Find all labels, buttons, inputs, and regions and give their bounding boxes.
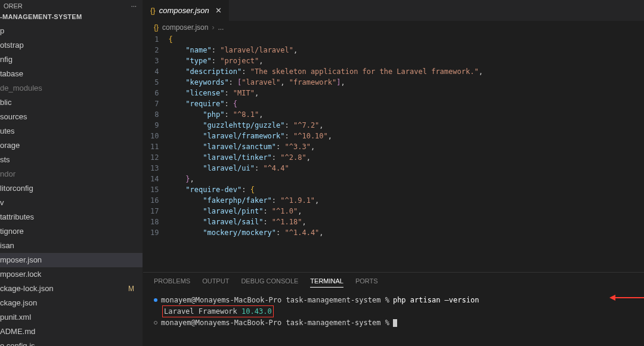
breadcrumb-tail: ... bbox=[218, 23, 224, 32]
explorer-header: ORER ··· bbox=[0, 0, 143, 12]
modified-badge: M bbox=[128, 283, 134, 295]
tree-item[interactable]: ndor bbox=[0, 167, 143, 181]
output-version: 10.43.0 bbox=[242, 307, 272, 316]
tree-item[interactable]: blic bbox=[0, 95, 143, 110]
tab-composer-json[interactable]: {} composer.json ✕ bbox=[143, 0, 230, 21]
code-editor[interactable]: 12345678910111213141516171819 { "name": … bbox=[143, 34, 644, 272]
panel-tab-terminal[interactable]: TERMINAL bbox=[310, 277, 343, 288]
tree-item[interactable]: p bbox=[0, 24, 143, 38]
tree-item[interactable]: de_modules bbox=[0, 81, 143, 95]
tree-item[interactable]: tignore bbox=[0, 224, 143, 239]
tree-item[interactable]: otstrap bbox=[0, 38, 143, 52]
root-folder-name[interactable]: -MANAGEMENT-SYSTEM bbox=[0, 12, 143, 24]
tree-item[interactable]: utes bbox=[0, 124, 143, 138]
panel-tab-ports[interactable]: PORTS bbox=[355, 277, 378, 288]
main-area: {} composer.json ✕ {} composer.json › ..… bbox=[143, 0, 644, 346]
panel-tab-debug-console[interactable]: DEBUG CONSOLE bbox=[241, 277, 298, 288]
cursor-icon bbox=[393, 319, 397, 327]
panel-tab-problems[interactable]: PROBLEMS bbox=[154, 277, 190, 288]
tree-item[interactable]: ckage-lock.jsonM bbox=[0, 282, 143, 296]
annotation-arrow-icon bbox=[614, 297, 644, 298]
tree-item[interactable]: tabase bbox=[0, 67, 143, 81]
editor-tab-bar: {} composer.json ✕ bbox=[143, 0, 644, 21]
tree-item[interactable]: mposer.lock bbox=[0, 267, 143, 282]
tree-item[interactable]: sources bbox=[0, 110, 143, 124]
terminal-command: php artisan —version bbox=[393, 295, 479, 305]
close-icon[interactable]: ✕ bbox=[215, 6, 222, 15]
output-label: Laravel Framework bbox=[164, 307, 237, 316]
tab-title: composer.json bbox=[159, 6, 209, 15]
terminal-output: Laravel Framework 10.43.0 bbox=[162, 305, 633, 317]
breadcrumb[interactable]: {} composer.json › ... bbox=[143, 21, 644, 34]
explorer-sidebar: ORER ··· -MANAGEMENT-SYSTEM potstrapnfig… bbox=[0, 0, 143, 346]
tree-item[interactable]: tattributes bbox=[0, 210, 143, 224]
terminal-panel: PROBLEMSOUTPUTDEBUG CONSOLETERMINALPORTS… bbox=[143, 272, 644, 346]
terminal-line: monayem@Monayems-MacBook-Pro task-manage… bbox=[154, 295, 633, 305]
more-icon[interactable]: ··· bbox=[131, 2, 137, 10]
tree-item[interactable]: v bbox=[0, 196, 143, 210]
tree-item[interactable]: e.config.js bbox=[0, 339, 143, 346]
tree-item[interactable]: nfig bbox=[0, 52, 143, 67]
version-highlight: Laravel Framework 10.43.0 bbox=[162, 305, 274, 317]
line-gutter: 12345678910111213141516171819 bbox=[143, 34, 168, 272]
status-dot-icon bbox=[154, 321, 157, 325]
panel-tab-output[interactable]: OUTPUT bbox=[202, 277, 229, 288]
tree-item[interactable]: ckage.json bbox=[0, 296, 143, 310]
terminal-prompt: monayem@Monayems-MacBook-Pro task-manage… bbox=[161, 317, 389, 328]
tree-item[interactable]: isan bbox=[0, 239, 143, 253]
json-icon: {} bbox=[154, 23, 159, 32]
tree-item[interactable]: orage bbox=[0, 138, 143, 153]
tree-item[interactable]: litorconfig bbox=[0, 181, 143, 196]
chevron-right-icon: › bbox=[212, 23, 214, 32]
explorer-title: ORER bbox=[4, 2, 23, 10]
terminal-line: monayem@Monayems-MacBook-Pro task-manage… bbox=[154, 317, 633, 328]
tree-item[interactable]: mposer.json bbox=[0, 253, 143, 267]
terminal-body[interactable]: monayem@Monayems-MacBook-Pro task-manage… bbox=[143, 291, 644, 346]
tree-item[interactable]: ADME.md bbox=[0, 325, 143, 339]
file-tree[interactable]: potstrapnfigtabasede_modulesblicsourcesu… bbox=[0, 24, 143, 346]
tree-item[interactable]: punit.xml bbox=[0, 310, 143, 325]
tree-item[interactable]: sts bbox=[0, 153, 143, 167]
code-content[interactable]: { "name": "laravel/laravel", "type": "pr… bbox=[168, 34, 644, 272]
json-icon: {} bbox=[150, 6, 156, 15]
terminal-prompt: monayem@Monayems-MacBook-Pro task-manage… bbox=[161, 295, 389, 305]
breadcrumb-file: composer.json bbox=[162, 23, 208, 32]
panel-tabs: PROBLEMSOUTPUTDEBUG CONSOLETERMINALPORTS bbox=[143, 273, 644, 291]
status-dot-icon bbox=[154, 298, 157, 302]
